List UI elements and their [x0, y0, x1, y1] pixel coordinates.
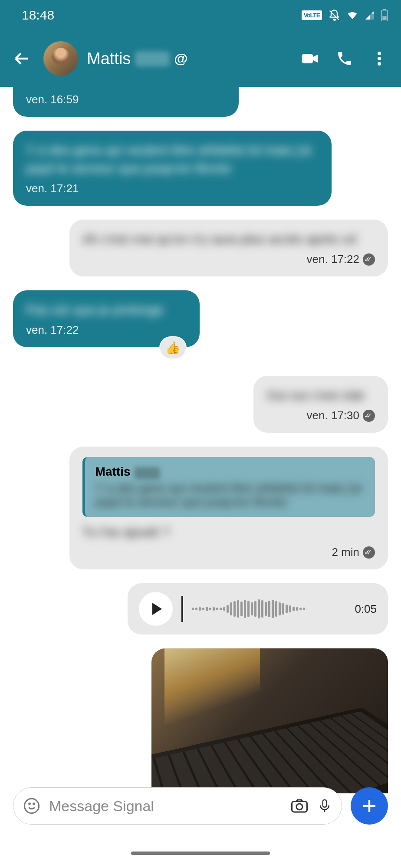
message-in[interactable]: Y a des gens qui veulent être whitelist … [13, 131, 332, 206]
message-text: Y a des gens qui veulent être whitelist … [26, 141, 319, 178]
read-receipt-icon [363, 253, 375, 266]
input-bar: Message Signal [0, 787, 401, 825]
contact-name-wrap[interactable]: Mattis @ [87, 49, 288, 68]
mute-icon [328, 9, 340, 21]
status-bar: 18:48 VoLTE x [0, 0, 401, 30]
more-options-button[interactable] [366, 46, 392, 72]
message-timestamp: ven. 17:30 [266, 409, 375, 422]
svg-rect-2 [382, 16, 386, 20]
camera-icon[interactable] [290, 797, 309, 815]
message-text: Oui oui c'est clair [266, 386, 375, 404]
message-text: Ah c'est vrai qu'on n'y aura plus accès … [82, 230, 375, 248]
voice-message[interactable]: 0:05 [128, 583, 388, 635]
timestamp-text: ven. 17:22 [307, 253, 359, 266]
timestamp-text: ven. 17:30 [307, 409, 359, 422]
timestamp-text: 2 min [332, 546, 359, 559]
read-receipt-icon [363, 410, 375, 422]
wifi-icon [346, 9, 358, 21]
contact-name: Mattis [87, 49, 131, 68]
play-icon [152, 603, 162, 615]
svg-rect-13 [323, 800, 327, 807]
message-text: Tu l'as ajouté ? [82, 523, 375, 541]
chat-scroll-area[interactable]: ven. 16:59 Y a des gens qui veulent être… [0, 87, 401, 793]
svg-rect-4 [302, 54, 313, 63]
at-icon: @ [174, 51, 187, 67]
video-call-button[interactable] [297, 46, 323, 72]
quote-text: Y a des gens qui veulent être whitelist … [95, 481, 365, 509]
image-content-lamp [164, 648, 260, 727]
message-timestamp: ven. 16:59 [26, 93, 226, 106]
message-timestamp: ven. 17:21 [26, 182, 319, 195]
voice-call-button[interactable] [332, 46, 358, 72]
mic-icon[interactable] [317, 797, 332, 815]
contact-surname-blur [135, 51, 170, 66]
play-button[interactable] [139, 592, 173, 626]
message-out[interactable]: Oui oui c'est clair ven. 17:30 [253, 376, 388, 433]
svg-point-8 [24, 799, 39, 813]
status-icons: VoLTE x [302, 9, 388, 21]
waveform[interactable] [192, 598, 346, 620]
svg-point-5 [378, 52, 381, 55]
reaction-emoji[interactable]: 👍 [159, 336, 187, 359]
svg-text:x: x [372, 10, 375, 15]
battery-icon [381, 9, 388, 21]
message-out-quoted[interactable]: Mattis Y a des gens qui veulent être whi… [69, 447, 388, 569]
read-receipt-icon [363, 546, 375, 559]
message-input[interactable]: Message Signal [49, 798, 282, 815]
svg-rect-3 [383, 9, 386, 10]
image-message[interactable]: À l'instant [151, 648, 388, 793]
message-timestamp: ven. 17:22 [26, 323, 187, 337]
quote-author-blur [134, 467, 160, 479]
voice-duration: 0:05 [355, 602, 377, 616]
signal-icon: x [365, 10, 375, 20]
message-text: Pas sûr que je prolonge [26, 301, 187, 319]
status-time: 18:48 [22, 8, 54, 23]
message-timestamp: 2 min [82, 546, 375, 559]
playhead-marker[interactable] [181, 596, 183, 622]
svg-point-6 [378, 57, 381, 60]
message-in-cutoff[interactable]: ven. 16:59 [13, 87, 239, 117]
message-in[interactable]: Pas sûr que je prolonge ven. 17:22 👍 [13, 290, 200, 347]
add-button[interactable] [351, 787, 388, 825]
message-out[interactable]: Ah c'est vrai qu'on n'y aura plus accès … [69, 220, 388, 276]
svg-point-7 [378, 62, 381, 66]
message-input-container[interactable]: Message Signal [13, 787, 342, 825]
contact-avatar[interactable] [43, 41, 78, 76]
back-button[interactable] [9, 46, 35, 72]
svg-point-10 [33, 803, 35, 805]
chat-header: Mattis @ [0, 30, 401, 87]
emoji-icon[interactable] [23, 797, 40, 815]
volte-indicator: VoLTE [302, 10, 322, 20]
svg-point-9 [29, 803, 30, 805]
nav-indicator[interactable] [131, 852, 270, 855]
svg-point-12 [296, 804, 302, 810]
quote-block[interactable]: Mattis Y a des gens qui veulent être whi… [82, 457, 375, 517]
quote-author: Mattis [95, 465, 131, 479]
message-timestamp: ven. 17:22 [82, 253, 375, 266]
